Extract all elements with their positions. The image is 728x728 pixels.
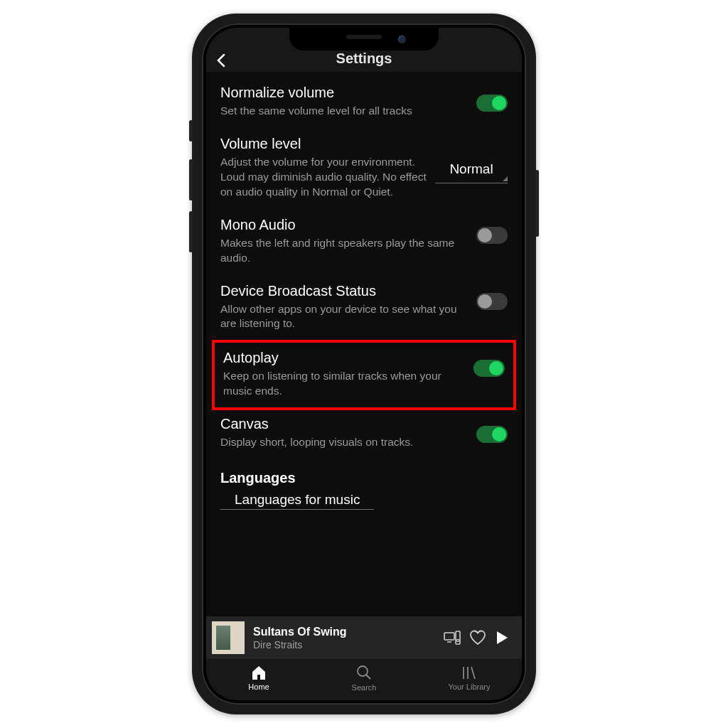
tab-label: Home xyxy=(248,682,269,691)
setting-normalize-volume[interactable]: Normalize volume Set the same volume lev… xyxy=(206,77,522,129)
back-icon[interactable] xyxy=(216,53,226,71)
setting-title: Mono Audio xyxy=(220,217,469,233)
mute-switch xyxy=(189,120,193,141)
side-button xyxy=(535,170,539,237)
speaker-grille xyxy=(346,35,382,39)
play-icon[interactable] xyxy=(495,630,512,646)
tab-search[interactable]: Search xyxy=(311,659,417,696)
setting-desc: Display short, looping visuals on tracks… xyxy=(220,435,469,450)
tab-library[interactable]: Your Library xyxy=(417,659,522,696)
tab-label: Search xyxy=(352,683,377,692)
mono-toggle[interactable] xyxy=(476,227,508,244)
phone-bezel: Settings Normalize volume Set the same v… xyxy=(202,23,526,705)
setting-title: Canvas xyxy=(220,416,469,432)
settings-list[interactable]: Normalize volume Set the same volume lev… xyxy=(206,72,522,616)
page-title: Settings xyxy=(336,50,392,67)
setting-title: Volume level xyxy=(220,136,428,152)
setting-desc: Adjust the volume for your environment. … xyxy=(220,155,428,200)
song-title: Sultans Of Swing xyxy=(253,626,435,638)
canvas-toggle[interactable] xyxy=(476,426,508,443)
languages-section-title: Languages xyxy=(206,460,522,492)
setting-title: Device Broadcast Status xyxy=(220,283,469,299)
library-icon xyxy=(461,665,478,680)
phone-frame: Settings Normalize volume Set the same v… xyxy=(192,14,536,714)
setting-desc: Set the same volume level for all tracks xyxy=(220,104,469,119)
home-icon xyxy=(250,665,267,680)
svg-point-2 xyxy=(456,639,459,641)
setting-canvas[interactable]: Canvas Display short, looping visuals on… xyxy=(206,409,522,460)
highlight-box: Autoplay Keep on listening to similar tr… xyxy=(212,340,516,410)
notch xyxy=(289,28,439,50)
album-art xyxy=(212,621,245,654)
setting-desc: Makes the left and right speakers play t… xyxy=(220,236,469,266)
svg-rect-1 xyxy=(456,631,460,644)
normalize-toggle[interactable] xyxy=(476,95,508,112)
autoplay-toggle[interactable] xyxy=(473,360,505,377)
broadcast-toggle[interactable] xyxy=(476,293,508,310)
volume-up-button xyxy=(189,159,193,200)
setting-desc: Allow other apps on your device to see w… xyxy=(220,302,469,332)
track-info: Sultans Of Swing Dire Straits xyxy=(253,626,435,651)
now-playing-bar[interactable]: Sultans Of Swing Dire Straits xyxy=(206,616,522,659)
front-camera xyxy=(398,36,406,43)
heart-icon[interactable] xyxy=(469,630,486,646)
svg-point-4 xyxy=(358,666,368,676)
svg-rect-0 xyxy=(444,633,454,640)
setting-autoplay[interactable]: Autoplay Keep on listening to similar tr… xyxy=(215,344,513,406)
volume-level-dropdown[interactable]: Normal xyxy=(435,159,508,183)
screen: Settings Normalize volume Set the same v… xyxy=(206,28,522,700)
tab-bar: Home Search Your Library xyxy=(206,659,522,700)
languages-for-music[interactable]: Languages for music xyxy=(220,492,374,510)
setting-device-broadcast[interactable]: Device Broadcast Status Allow other apps… xyxy=(206,276,522,342)
search-icon xyxy=(355,664,373,681)
tab-home[interactable]: Home xyxy=(206,659,311,696)
setting-volume-level[interactable]: Volume level Adjust the volume for your … xyxy=(206,129,522,210)
svg-line-5 xyxy=(366,675,370,679)
volume-down-button xyxy=(189,211,193,252)
devices-icon[interactable] xyxy=(444,631,461,645)
setting-desc: Keep on listening to similar tracks when… xyxy=(223,369,466,399)
setting-title: Autoplay xyxy=(223,350,466,366)
artist-name: Dire Straits xyxy=(253,639,435,651)
svg-line-8 xyxy=(471,667,475,679)
setting-title: Normalize volume xyxy=(220,85,469,101)
tab-label: Your Library xyxy=(449,682,491,691)
setting-mono-audio[interactable]: Mono Audio Makes the left and right spea… xyxy=(206,210,522,276)
